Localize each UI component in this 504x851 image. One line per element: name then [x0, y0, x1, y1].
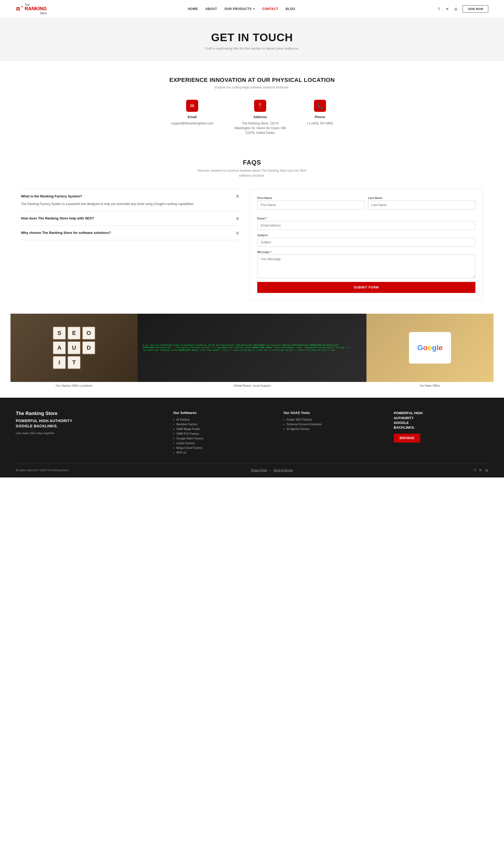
footer-cta-title: POWERFUL HIGHAUTHORITYGOOGLEBACKLINKS. — [394, 411, 488, 430]
google-logo: Google — [417, 344, 443, 352]
last-name-group: Last Name — [368, 196, 476, 210]
email-icon: ✉ — [186, 100, 198, 112]
footer-facebook-icon[interactable]: f — [474, 468, 476, 472]
seo-tiles: S E O A U D I T — [48, 321, 101, 374]
gallery-caption-seo: Our Various Office Locations — [56, 384, 92, 387]
name-row: First Name Last Name — [257, 196, 475, 213]
message-group: Message * — [257, 250, 475, 278]
faq-list: What is the Ranking Factory System? ∧ Th… — [21, 189, 239, 240]
experience-heading: EXPERIENCE INNOVATION AT OUR PHYSICAL LO… — [11, 77, 493, 84]
phone-card-title: Phone — [315, 115, 325, 119]
terms-link[interactable]: Terms of Service — [273, 469, 293, 472]
browse-button[interactable]: BROWSE — [394, 434, 420, 442]
footer-top: The Ranking Store POWERFUL HIGH AUTHORIT… — [16, 411, 488, 464]
faqs-subtitle: Discover answers to common inquiries abo… — [197, 168, 307, 178]
footer-brand: The Ranking Store POWERFUL HIGH AUTHORIT… — [16, 411, 158, 456]
logo-ranking: RANKING — [25, 6, 47, 12]
footer-social-icons: f ✕ ◎ — [474, 468, 488, 472]
gallery-item-seo: S E O A U D I T Our Various Office Locat… — [11, 314, 138, 387]
laptop-code-text: $ cat /etc/init.d/TheFormProvider #!/bin… — [138, 339, 366, 357]
nav-products[interactable]: OUR PRODUCTS ▾ — [224, 7, 255, 11]
seo-image: S E O A U D I T — [11, 314, 138, 382]
footer-links: Privacy Policy | Terms of Service — [251, 469, 293, 472]
footer-softwares-col: Our Softwares AI Factory Backlink Factor… — [173, 411, 268, 456]
twitter-x-icon[interactable]: ✕ — [445, 6, 450, 12]
subject-group: Subject — [257, 234, 475, 247]
list-item: AI Factory — [173, 418, 268, 421]
email-card-title: Email — [188, 115, 197, 119]
svg-marker-1 — [21, 6, 23, 8]
experience-section: EXPERIENCE INNOVATION AT OUR PHYSICAL LO… — [0, 61, 504, 146]
subject-field[interactable] — [257, 238, 475, 247]
footer-softwares-title: Our Softwares — [173, 411, 268, 415]
list-item: RFR v2 — [173, 451, 268, 454]
facebook-icon[interactable]: f — [436, 6, 442, 12]
seo-tile-u: U — [68, 341, 80, 355]
footer-instagram-icon[interactable]: ◎ — [485, 468, 488, 472]
contact-cards: ✉ Email support@therankingstore.com 📍 Ad… — [11, 100, 493, 135]
message-field[interactable] — [257, 255, 475, 278]
faqs-section: FAQS Discover answers to common inquirie… — [0, 146, 504, 314]
faq-item-3: Why choose The Ranking Store for softwar… — [21, 226, 239, 240]
submit-form-button[interactable]: SUBMIT FORM — [257, 282, 475, 293]
contact-card-phone: 📞 Phone +1 (443) 787-6850 — [307, 100, 333, 135]
seo-tile-a: A — [53, 341, 66, 355]
contact-form-card: First Name Last Name Email * Subject Mes… — [250, 189, 483, 301]
first-name-field[interactable] — [257, 201, 365, 210]
social-icons: f ✕ ◎ — [436, 6, 458, 12]
logo[interactable]: R The RANKING Store — [16, 3, 47, 15]
main-nav: HOME ABOUT OUR PRODUCTS ▾ CONTACT BLOG — [188, 7, 295, 11]
list-item: Google Sites Factory — [173, 437, 268, 440]
first-name-label: First Name — [257, 196, 365, 199]
email-card-detail: support@therankingstore.com — [171, 121, 213, 126]
header-right: f ✕ ◎ JOIN NOW — [436, 5, 488, 13]
seo-tile-o: O — [82, 327, 95, 340]
footer-softwares-list: AI Factory Backlink Factory GMB Mega Pos… — [173, 418, 268, 454]
last-name-field[interactable] — [368, 201, 476, 210]
address-card-title: Address — [253, 115, 267, 119]
logo-icon: R — [16, 5, 23, 13]
google-tablet: Google — [409, 332, 451, 364]
faqs-title: FAQS — [21, 159, 483, 166]
nav-about[interactable]: ABOUT — [205, 7, 217, 11]
gallery-item-google: Google Our Main Office — [366, 314, 493, 387]
email-group: Email * — [257, 217, 475, 230]
faq-toggle-1: ∧ — [236, 193, 239, 199]
first-name-group: First Name — [257, 196, 365, 210]
footer-subtitle: Lets make SEO easy together. — [16, 432, 158, 435]
email-field[interactable] — [257, 221, 475, 230]
faq-question-1[interactable]: What is the Ranking Factory System? ∧ — [21, 193, 239, 199]
seo-tile-i: I — [53, 356, 66, 369]
privacy-policy-link[interactable]: Privacy Policy — [251, 469, 267, 472]
faqs-content: What is the Ranking Factory System? ∧ Th… — [21, 189, 483, 301]
list-item: GMB Mega Poster — [173, 427, 268, 431]
seo-tile-s: S — [53, 327, 66, 340]
footer-saas-list: Image SEO Factory Schema Chrome Extensio… — [284, 418, 378, 431]
footer-brand-name: The Ranking Store — [16, 411, 158, 416]
email-label: Email * — [257, 217, 475, 220]
experience-subheading: Explore our cutting-edge software soluti… — [11, 86, 493, 89]
gallery-caption-google: Our Main Office — [420, 384, 440, 387]
faq-answer-1: The Ranking Factory System is a powerful… — [21, 202, 239, 206]
nav-contact[interactable]: CONTACT — [262, 7, 278, 11]
nav-blog[interactable]: BLOG — [286, 7, 295, 11]
nav-home[interactable]: HOME — [188, 7, 198, 11]
faq-item-1: What is the Ranking Factory System? ∧ Th… — [21, 189, 239, 211]
faq-question-2[interactable]: How does The Ranking Store help with SEO… — [21, 216, 239, 221]
address-card-detail: The Ranking Store, 224 NWashington St, H… — [234, 121, 286, 135]
list-item: Leads Factory — [173, 441, 268, 445]
phone-icon: 📞 — [314, 100, 326, 112]
address-icon: 📍 — [254, 100, 266, 112]
faq-question-3[interactable]: Why choose The Ranking Store for softwar… — [21, 230, 239, 236]
list-item: AI Agents Factory — [284, 427, 378, 431]
instagram-icon[interactable]: ◎ — [453, 6, 458, 12]
join-now-button[interactable]: JOIN NOW — [463, 5, 488, 13]
hero-subtitle: Craft a captivating title for this secti… — [5, 47, 499, 50]
google-image: Google — [366, 314, 493, 382]
gallery-section: S E O A U D I T Our Various Office Locat… — [0, 314, 504, 398]
logo-store: Store — [25, 12, 47, 15]
list-item: Schema Chrome Extension — [284, 422, 378, 426]
seo-tile-d: D — [82, 341, 95, 355]
footer-twitter-x-icon[interactable]: ✕ — [479, 468, 482, 472]
list-item: Backlink Factory — [173, 422, 268, 426]
